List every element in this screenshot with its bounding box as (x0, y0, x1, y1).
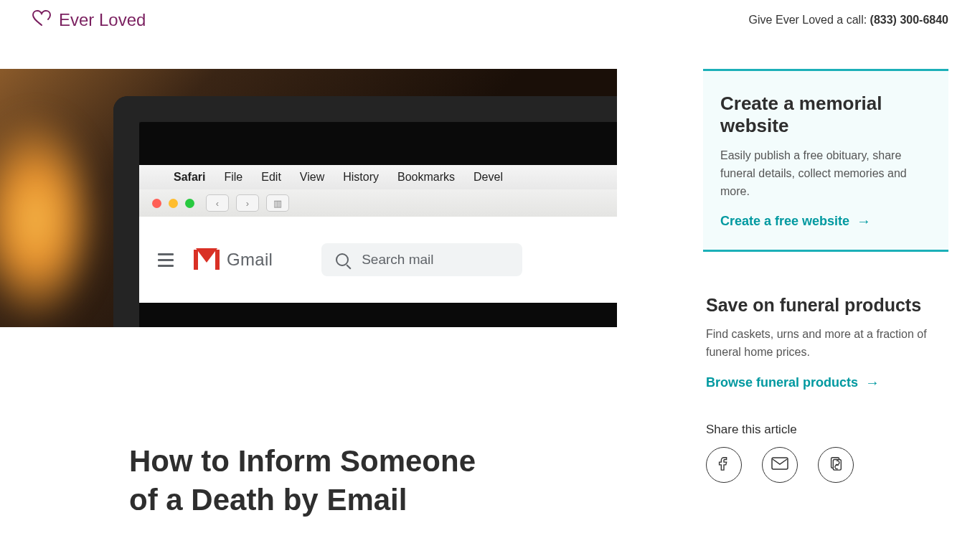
call-prefix: Give Ever Loved a call: (749, 14, 870, 26)
header-phone: Give Ever Loved a call: (833) 300-6840 (749, 14, 948, 27)
menu-edit: Edit (261, 171, 281, 184)
create-website-link[interactable]: Create a free website → (720, 213, 871, 230)
window-close-icon (152, 199, 161, 208)
gmail-text: Gmail (227, 250, 273, 270)
share-email-button[interactable] (762, 447, 798, 483)
arrow-right-icon: → (865, 375, 880, 391)
share-title: Share this article (706, 423, 948, 437)
menu-history: History (343, 171, 379, 184)
brand-logo[interactable]: Ever Loved (32, 10, 146, 30)
arrow-right-icon: → (857, 213, 871, 230)
heart-icon (32, 10, 52, 30)
sidebar-toggle-icon: ▥ (266, 194, 289, 212)
menu-develop: Devel (473, 171, 503, 184)
brand-name: Ever Loved (59, 10, 146, 30)
cta-label: Create a free website (720, 214, 849, 229)
window-minimize-icon (169, 199, 178, 208)
main-column: Safari File Edit View History Bookmarks … (0, 40, 646, 548)
search-placeholder: Search mail (362, 252, 433, 268)
svg-rect-0 (772, 458, 788, 469)
menu-safari: Safari (174, 171, 205, 184)
share-facebook-button[interactable] (706, 447, 742, 483)
macos-menubar: Safari File Edit View History Bookmarks … (139, 165, 617, 189)
email-icon (771, 457, 788, 472)
share-copy-link-button[interactable] (818, 447, 854, 483)
menu-view: View (300, 171, 324, 184)
card-title: Create a memorial website (720, 93, 931, 137)
phone-number[interactable]: (833) 300-6840 (870, 14, 948, 26)
site-header: Ever Loved Give Ever Loved a call: (833)… (0, 0, 980, 40)
gmail-logo: Gmail (194, 250, 273, 270)
share-icons (706, 447, 948, 483)
card-description: Find caskets, urns and more at a fractio… (706, 326, 946, 362)
link-icon (828, 456, 844, 474)
cta-label: Browse funeral products (706, 375, 858, 390)
gmail-search: Search mail (321, 243, 522, 276)
share-section: Share this article (703, 423, 948, 483)
window-zoom-icon (185, 199, 194, 208)
page-layout: Safari File Edit View History Bookmarks … (0, 40, 980, 548)
card-title: Save on funeral products (706, 295, 946, 316)
hero-image: Safari File Edit View History Bookmarks … (0, 69, 617, 327)
facebook-icon (716, 456, 732, 474)
card-description: Easily publish a free obituary, share fu… (720, 147, 931, 200)
search-icon (336, 253, 349, 266)
browse-products-link[interactable]: Browse funeral products → (706, 375, 880, 391)
gmail-m-icon (194, 250, 220, 270)
menu-file: File (224, 171, 242, 184)
article-title: How to Inform Someone of a Death by Emai… (0, 442, 531, 519)
sidebar: Create a memorial website Easily publish… (703, 40, 980, 548)
safari-toolbar: ‹ › ▥ (139, 189, 617, 217)
sidebar-card-memorial: Create a memorial website Easily publish… (703, 69, 948, 252)
back-button-icon: ‹ (206, 194, 229, 212)
gmail-header: Gmail Search mail (139, 217, 617, 303)
sidebar-card-products: Save on funeral products Find caskets, u… (703, 273, 948, 398)
hamburger-icon (158, 253, 174, 267)
menu-bookmarks: Bookmarks (397, 171, 455, 184)
forward-button-icon: › (236, 194, 259, 212)
laptop-frame: Safari File Edit View History Bookmarks … (113, 96, 617, 327)
